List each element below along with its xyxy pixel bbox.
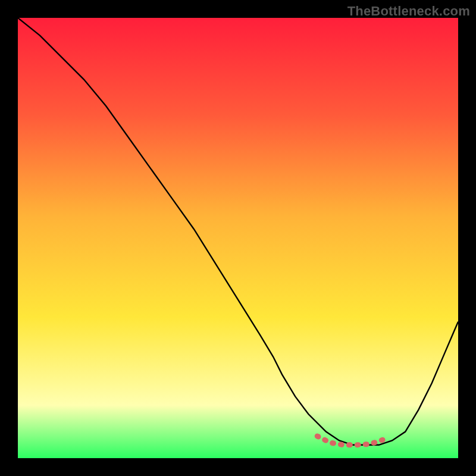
chart-frame: TheBottleneck.com <box>0 0 476 476</box>
gradient-background <box>18 18 458 458</box>
watermark-text: TheBottleneck.com <box>347 4 470 19</box>
plot-area <box>18 18 458 458</box>
chart-svg <box>18 18 458 458</box>
